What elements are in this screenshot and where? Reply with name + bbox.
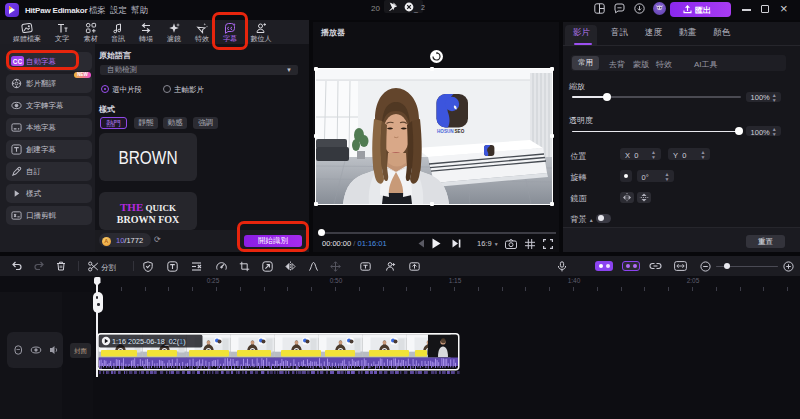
svg-text:1:16 2025-06-18_02(1): 1:16 2025-06-18_02(1)	[112, 336, 186, 345]
